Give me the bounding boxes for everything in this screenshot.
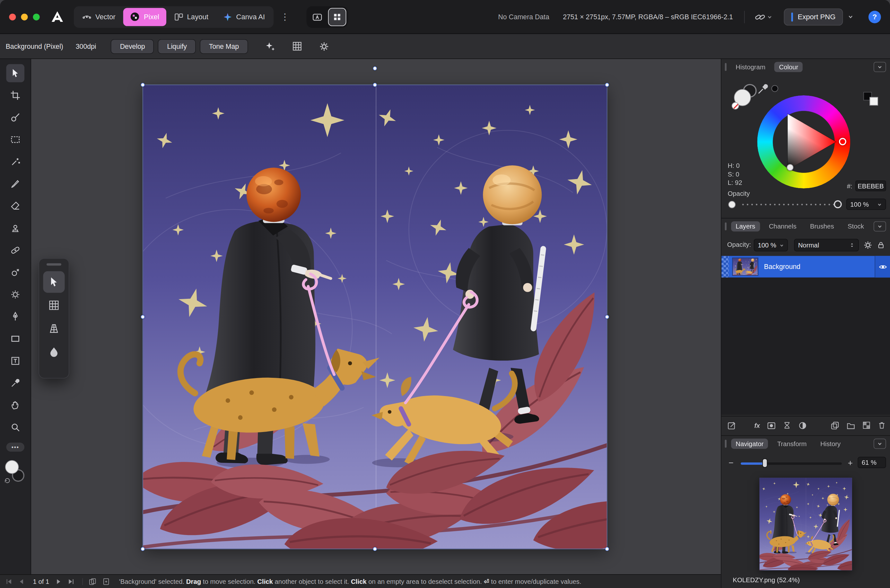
tab-channels[interactable]: Channels	[764, 221, 801, 231]
selection-handle-bottom-center[interactable]	[373, 547, 377, 551]
paint-brush-tool[interactable]	[6, 175, 24, 193]
pen-tool[interactable]	[6, 308, 24, 326]
hex-input[interactable]: EBEBEB	[855, 180, 886, 191]
dodge-brush-tool[interactable]	[6, 285, 24, 304]
view-tool[interactable]	[6, 396, 24, 414]
zoom-out-button[interactable]: −	[726, 458, 736, 468]
more-personas-icon[interactable]: ⋮	[279, 11, 290, 22]
export-options-button[interactable]	[845, 11, 856, 22]
tab-layers[interactable]: Layers	[731, 221, 759, 231]
palette-perspective-tool[interactable]	[43, 318, 65, 339]
persona-vector[interactable]: Vector	[75, 8, 122, 26]
canvas-viewport[interactable]	[31, 59, 721, 574]
zoom-slider-track[interactable]	[741, 462, 842, 465]
minimize-window-button[interactable]	[21, 14, 28, 20]
lightness-marker[interactable]	[786, 164, 793, 171]
tab-stock[interactable]: Stock	[843, 221, 869, 231]
copy-icon[interactable]	[88, 578, 96, 585]
healing-brush-tool[interactable]	[6, 241, 24, 260]
tab-transform[interactable]: Transform	[773, 439, 811, 449]
selection-handle-mid-left[interactable]	[141, 315, 144, 319]
marquee-select-tool[interactable]	[6, 130, 24, 149]
collapse-panel-button[interactable]	[873, 221, 886, 231]
tab-histogram[interactable]: Histogram	[731, 62, 770, 72]
selection-handle-bottom-left[interactable]	[141, 547, 144, 551]
tab-navigator[interactable]: Navigator	[731, 439, 768, 449]
new-pixel-layer-button[interactable]	[862, 421, 871, 430]
go-first-page-button[interactable]	[6, 578, 12, 585]
palette-drag-handle[interactable]	[47, 263, 62, 266]
opacity-slider-track[interactable]	[741, 204, 834, 206]
primary-colour-swatch[interactable]	[5, 460, 19, 474]
tone-map-button[interactable]: Tone Map	[200, 39, 248, 54]
group-layers-button[interactable]	[846, 421, 855, 430]
panel-grip[interactable]	[725, 222, 726, 231]
blemish-removal-tool[interactable]	[6, 263, 24, 282]
colour-opacity-value[interactable]: 100 %	[846, 199, 886, 210]
zoom-window-button[interactable]	[33, 14, 40, 20]
more-tools-button[interactable]: •••	[6, 442, 24, 452]
selection-handle-bottom-right[interactable]	[605, 547, 609, 551]
opacity-slider-knob[interactable]	[834, 200, 842, 208]
blend-mode-dropdown[interactable]: Normal	[794, 239, 859, 251]
close-window-button[interactable]	[9, 14, 16, 20]
tab-colour[interactable]: Colour	[774, 62, 803, 72]
colour-wheel[interactable]	[757, 95, 850, 188]
move-tool[interactable]	[6, 64, 24, 82]
selection-handle-mid-right[interactable]	[605, 315, 609, 319]
rotation-handle[interactable]	[373, 66, 377, 70]
colour-selector-well[interactable]	[4, 460, 27, 486]
liquify-button[interactable]: Liquify	[158, 39, 196, 54]
export-png-button[interactable]: Export PNG	[784, 8, 843, 26]
snapshot-button[interactable]	[830, 421, 839, 430]
adjustment-button[interactable]	[798, 421, 807, 430]
develop-button[interactable]: Develop	[111, 39, 154, 54]
selection-handle-top-left[interactable]	[141, 83, 144, 87]
collapse-panel-button[interactable]	[873, 62, 886, 72]
zoom-value-field[interactable]: 61 %	[858, 457, 886, 468]
zoom-slider-knob[interactable]	[762, 458, 767, 467]
colour-picker-tool[interactable]	[6, 374, 24, 392]
tab-brushes[interactable]: Brushes	[806, 221, 839, 231]
settings-button[interactable]	[319, 41, 329, 51]
rectangle-tool[interactable]	[6, 330, 24, 348]
reset-colours-icon[interactable]	[4, 477, 11, 484]
panel-grip[interactable]	[725, 440, 726, 448]
layer-row-background[interactable]: Background	[722, 256, 890, 277]
pixel-grid-button[interactable]	[292, 41, 302, 51]
no-colour-badge[interactable]	[732, 102, 739, 110]
collapse-panel-button[interactable]	[873, 439, 886, 449]
frame-text-tool[interactable]	[6, 352, 24, 370]
colour-picker-icon[interactable]	[757, 83, 769, 95]
persona-pixel[interactable]: Pixel	[123, 8, 166, 26]
layer-opacity-dropdown[interactable]: 100 %	[754, 239, 788, 251]
palette-move-tool[interactable]	[43, 271, 65, 293]
auto-enhance-button[interactable]	[265, 41, 275, 51]
tab-history[interactable]: History	[816, 439, 845, 449]
persona-canva-ai[interactable]: Canva AI	[216, 8, 272, 26]
flood-select-tool[interactable]	[6, 153, 24, 171]
selection-handle-top-center[interactable]	[373, 83, 377, 87]
live-filter-button[interactable]	[783, 421, 791, 430]
hardware-acceleration-button[interactable]	[753, 9, 775, 24]
document-artboard[interactable]	[143, 85, 607, 549]
grid-toggle-button[interactable]	[328, 8, 346, 26]
delete-layer-button[interactable]	[878, 421, 886, 430]
mask-layer-button[interactable]	[767, 421, 776, 430]
panel-grip[interactable]	[725, 63, 726, 71]
zoom-in-button[interactable]: +	[845, 458, 855, 468]
palette-liquify-tool[interactable]	[43, 341, 65, 363]
white-swatch[interactable]	[869, 97, 878, 106]
layer-effects-button[interactable]: fx	[755, 422, 760, 429]
clone-brush-tool[interactable]	[6, 219, 24, 237]
go-last-page-button[interactable]	[68, 578, 74, 585]
lock-layer-icon[interactable]	[877, 241, 885, 249]
persona-layout[interactable]: Layout	[167, 8, 215, 26]
erase-brush-tool[interactable]	[6, 197, 24, 215]
palette-mesh-warp-tool[interactable]	[43, 295, 65, 316]
hue-marker[interactable]	[839, 138, 846, 146]
help-button[interactable]: ?	[869, 10, 881, 23]
go-previous-page-button[interactable]	[18, 578, 25, 585]
picked-colour-dot[interactable]	[771, 85, 778, 92]
navigator-thumbnail[interactable]	[759, 478, 852, 570]
